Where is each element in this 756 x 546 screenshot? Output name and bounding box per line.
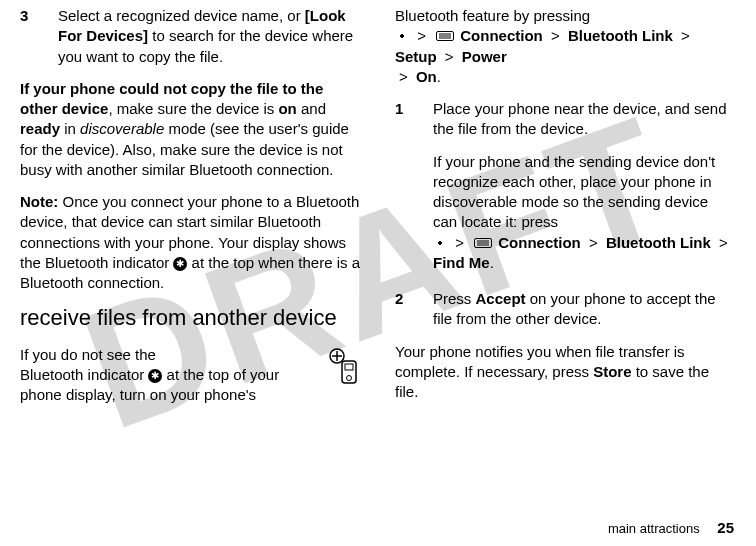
connection-label: Connection xyxy=(498,234,581,251)
step-2: 2 Press Accept on your phone to accept t… xyxy=(395,289,736,330)
text: and xyxy=(297,100,326,117)
bt-feature-paragraph: Bluetooth feature by pressing > Connecti… xyxy=(395,6,736,87)
period: . xyxy=(490,254,494,271)
on-label: on xyxy=(278,100,296,117)
menu-key-icon xyxy=(397,31,407,41)
ready-label: ready xyxy=(20,120,60,137)
discoverable-label: discoverable xyxy=(80,120,164,137)
step-text: Press Accept on your phone to accept the… xyxy=(433,289,736,330)
cannot-copy-paragraph: If your phone could not copy the file to… xyxy=(20,79,361,180)
chevron: > xyxy=(455,234,464,251)
chevron: > xyxy=(445,48,454,65)
page-number: 25 xyxy=(717,519,734,536)
step-1: 1 Place your phone near the device, and … xyxy=(395,99,736,277)
device-transfer-icon xyxy=(327,347,361,387)
chevron: > xyxy=(551,27,560,44)
svg-rect-4 xyxy=(345,364,353,370)
text: Place your phone near the device, and se… xyxy=(433,99,736,140)
right-column: Bluetooth feature by pressing > Connecti… xyxy=(395,6,736,414)
bluetooth-link-label: Bluetooth Link xyxy=(568,27,673,44)
step-number: 1 xyxy=(395,99,415,277)
step-3: 3 Select a recognized device name, or [L… xyxy=(20,6,361,67)
note-paragraph: Note: Once you connect your phone to a B… xyxy=(20,192,361,293)
receive-heading: receive files from another device xyxy=(20,305,361,330)
text: If you do not see the xyxy=(20,346,156,363)
step-number: 3 xyxy=(20,6,40,67)
left-column: 3 Select a recognized device name, or [L… xyxy=(20,6,361,414)
no-bt-paragraph: If you do not see the Bluetooth indicato… xyxy=(20,345,361,406)
closing-paragraph: Your phone notifies you when file transf… xyxy=(395,342,736,403)
power-label: Power xyxy=(462,48,507,65)
settings-key-icon xyxy=(436,31,454,41)
text: Bluetooth indicator xyxy=(20,366,148,383)
chevron: > xyxy=(589,234,598,251)
setup-label: Setup xyxy=(395,48,437,65)
note-label: Note: xyxy=(20,193,58,210)
chevron: > xyxy=(681,27,690,44)
chevron: > xyxy=(399,68,408,85)
bluetooth-link-label: Bluetooth Link xyxy=(606,234,711,251)
step-text: Place your phone near the device, and se… xyxy=(433,99,736,277)
text: Select a recognized device name, or xyxy=(58,7,305,24)
connection-label: Connection xyxy=(460,27,543,44)
svg-point-5 xyxy=(347,375,352,380)
bluetooth-icon: ✱ xyxy=(173,257,187,271)
text: in xyxy=(60,120,80,137)
text: at the top of your xyxy=(162,366,279,383)
text: If your phone and the sending device don… xyxy=(433,153,715,231)
step-text: Select a recognized device name, or [Loo… xyxy=(58,6,361,67)
discoverable-paragraph: If your phone and the sending device don… xyxy=(433,152,736,274)
settings-key-icon xyxy=(474,238,492,248)
menu-key-icon xyxy=(435,238,445,248)
text: phone display, turn on your phone's xyxy=(20,386,256,403)
text: Bluetooth feature by pressing xyxy=(395,7,590,24)
on-label: On xyxy=(416,68,437,85)
text-block: If you do not see the Bluetooth indicato… xyxy=(20,345,327,406)
page-footer: main attractions 25 xyxy=(608,518,734,538)
text: , make sure the device is xyxy=(108,100,278,117)
accept-label: Accept xyxy=(476,290,526,307)
chevron: > xyxy=(719,234,728,251)
bluetooth-icon: ✱ xyxy=(148,369,162,383)
page-body: 3 Select a recognized device name, or [L… xyxy=(0,0,756,424)
chevron: > xyxy=(417,27,426,44)
period: . xyxy=(437,68,441,85)
store-label: Store xyxy=(593,363,631,380)
find-me-label: Find Me xyxy=(433,254,490,271)
section-title: main attractions xyxy=(608,521,700,536)
step-number: 2 xyxy=(395,289,415,330)
text: Press xyxy=(433,290,476,307)
